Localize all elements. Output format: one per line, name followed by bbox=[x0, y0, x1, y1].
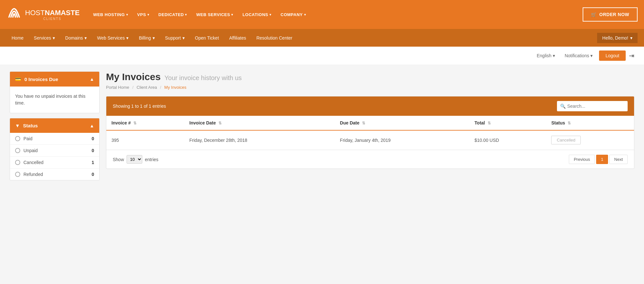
cell-invoice-date: Friday, December 28th, 2018 bbox=[184, 130, 335, 150]
chevron-down-icon: ▾ bbox=[84, 35, 87, 41]
breadcrumb-portal-home[interactable]: Portal Home bbox=[106, 85, 129, 90]
sec-nav-open-ticket[interactable]: Open Ticket bbox=[190, 29, 224, 47]
logo-namaste: NAMASTE bbox=[45, 9, 80, 17]
filter-icon: ▼ bbox=[15, 123, 20, 128]
status-filter-card: ▼ Status ▲ Paid 0 Unpaid bbox=[10, 118, 100, 180]
sort-icon[interactable]: ⇅ bbox=[362, 121, 365, 125]
entries-per-page-select[interactable]: 10 25 50 bbox=[127, 155, 142, 164]
user-greeting-button[interactable]: Hello, Demo! ▾ bbox=[597, 33, 638, 43]
col-due-date: Due Date ⇅ bbox=[335, 116, 469, 130]
breadcrumb: Portal Home / Client Area / My Invoices bbox=[106, 85, 634, 90]
sort-icon[interactable]: ⇅ bbox=[133, 121, 137, 125]
exit-icon[interactable]: ⇥ bbox=[629, 52, 634, 60]
logo-host: HOST bbox=[25, 9, 45, 17]
breadcrumb-current: My Invoices bbox=[164, 85, 187, 90]
chevron-down-icon: ▾ bbox=[126, 13, 128, 16]
chevron-down-icon: ▾ bbox=[153, 35, 155, 41]
sec-nav-domains[interactable]: Domains ▾ bbox=[60, 29, 92, 47]
table-header-bar: Showing 1 to 1 of 1 entries 🔍 bbox=[106, 96, 634, 116]
sec-nav-affiliates[interactable]: Affiliates bbox=[224, 29, 251, 47]
radio-unpaid[interactable] bbox=[15, 148, 20, 153]
chevron-down-icon: ▾ bbox=[182, 35, 185, 41]
top-menu: WEB HOSTING ▾ VPS ▾ DEDICATED ▾ WEB SERV… bbox=[89, 10, 583, 20]
top-menu-vps[interactable]: VPS ▾ bbox=[133, 10, 153, 20]
sort-icon[interactable]: ⇅ bbox=[568, 121, 571, 125]
cart-icon: 🛒 bbox=[591, 12, 597, 17]
order-now-button[interactable]: 🛒 ORDER NOW bbox=[583, 7, 638, 22]
cell-total: $10.00 USD bbox=[469, 130, 546, 150]
col-invoice-num: Invoice # ⇅ bbox=[106, 116, 184, 130]
chevron-down-icon: ▾ bbox=[630, 35, 632, 41]
top-menu-web-services[interactable]: WEB SERVICES ▾ bbox=[192, 10, 237, 20]
invoices-due-card: 💳 0 Invoices Due ▲ You have no unpaid in… bbox=[10, 71, 100, 113]
notifications-button[interactable]: Notifications ▾ bbox=[561, 51, 596, 60]
chevron-down-icon: ▾ bbox=[53, 35, 55, 41]
logo-text: HOST NAMASTE CLIENTS bbox=[25, 9, 80, 21]
top-menu-dedicated[interactable]: DEDICATED ▾ bbox=[154, 10, 191, 20]
sec-nav-web-services[interactable]: Web Services ▾ bbox=[92, 29, 134, 47]
logo[interactable]: HOST NAMASTE CLIENTS bbox=[6, 5, 80, 23]
top-menu-locations[interactable]: LOCATIONS ▾ bbox=[239, 10, 275, 20]
status-filter-unpaid[interactable]: Unpaid 0 bbox=[10, 144, 99, 156]
secondary-navigation: Home Services ▾ Domains ▾ Web Services ▾… bbox=[0, 29, 644, 47]
utility-bar: English ▾ Notifications ▾ Logout ⇥ bbox=[0, 47, 644, 65]
sec-nav-resolution-center[interactable]: Resolution Center bbox=[251, 29, 297, 47]
pagination: Previous 1 Next bbox=[569, 155, 628, 164]
logo-icon bbox=[6, 5, 22, 23]
page-area: My Invoices Your invoice history with us… bbox=[106, 71, 634, 185]
status-filter-header[interactable]: ▼ Status ▲ bbox=[10, 118, 99, 133]
chevron-down-icon: ▾ bbox=[185, 13, 187, 16]
invoices-table-card: Showing 1 to 1 of 1 entries 🔍 Invoice # … bbox=[106, 96, 634, 169]
logout-button[interactable]: Logout bbox=[599, 50, 626, 61]
status-filter-cancelled[interactable]: Cancelled 1 bbox=[10, 156, 99, 168]
page-subtitle: Your invoice history with us bbox=[164, 74, 242, 82]
show-entries: Show 10 25 50 entries bbox=[113, 155, 158, 164]
radio-refunded[interactable] bbox=[15, 172, 20, 177]
sec-nav-services[interactable]: Services ▾ bbox=[29, 29, 60, 47]
user-menu: Hello, Demo! ▾ bbox=[597, 33, 638, 43]
language-selector[interactable]: English ▾ bbox=[534, 51, 558, 60]
status-filter-refunded[interactable]: Refunded 0 bbox=[10, 168, 99, 180]
radio-cancelled[interactable] bbox=[15, 160, 20, 165]
cell-status: Cancelled bbox=[546, 130, 634, 150]
sort-icon[interactable]: ⇅ bbox=[218, 121, 222, 125]
col-status: Status ⇅ bbox=[546, 116, 634, 130]
table-footer: Show 10 25 50 entries Previous 1 Next bbox=[106, 150, 634, 169]
status-badge: Cancelled bbox=[551, 136, 581, 144]
search-icon: 🔍 bbox=[560, 104, 566, 109]
status-filter-paid[interactable]: Paid 0 bbox=[10, 133, 99, 144]
sec-nav-support[interactable]: Support ▾ bbox=[160, 29, 190, 47]
chevron-down-icon: ▾ bbox=[304, 13, 306, 16]
table-header-row: Invoice # ⇅ Invoice Date ⇅ Due Date ⇅ bbox=[106, 116, 634, 130]
sec-nav-home[interactable]: Home bbox=[6, 29, 29, 47]
radio-paid[interactable] bbox=[15, 136, 20, 141]
col-total: Total ⇅ bbox=[469, 116, 546, 130]
search-wrapper: 🔍 bbox=[557, 101, 628, 111]
table-body: 395 Friday, December 28th, 2018 Friday, … bbox=[106, 130, 634, 150]
status-filter-list: Paid 0 Unpaid 0 Cancelled 1 bbox=[10, 133, 99, 180]
table-row[interactable]: 395 Friday, December 28th, 2018 Friday, … bbox=[106, 130, 634, 150]
main-content: 💳 0 Invoices Due ▲ You have no unpaid in… bbox=[0, 65, 644, 192]
chevron-down-icon: ▾ bbox=[147, 13, 149, 16]
invoices-table: Invoice # ⇅ Invoice Date ⇅ Due Date ⇅ bbox=[106, 116, 634, 150]
invoices-due-header[interactable]: 💳 0 Invoices Due ▲ bbox=[10, 72, 99, 87]
breadcrumb-client-area[interactable]: Client Area bbox=[137, 85, 157, 90]
top-menu-web-hosting[interactable]: WEB HOSTING ▾ bbox=[89, 10, 132, 20]
sec-nav-billing[interactable]: Billing ▾ bbox=[134, 29, 160, 47]
next-button[interactable]: Next bbox=[609, 155, 628, 164]
cell-invoice-num: 395 bbox=[106, 130, 184, 150]
page-title: My Invoices bbox=[106, 71, 161, 82]
chevron-up-icon: ▲ bbox=[90, 123, 94, 128]
sidebar: 💳 0 Invoices Due ▲ You have no unpaid in… bbox=[10, 71, 100, 185]
chevron-down-icon: ▾ bbox=[269, 13, 271, 16]
logo-clients: CLIENTS bbox=[25, 17, 80, 21]
chevron-down-icon: ▾ bbox=[231, 13, 233, 16]
top-menu-company[interactable]: COMPANY ▾ bbox=[277, 10, 310, 20]
previous-button[interactable]: Previous bbox=[569, 155, 595, 164]
page-1-button[interactable]: 1 bbox=[596, 155, 608, 164]
sort-icon[interactable]: ⇅ bbox=[488, 121, 491, 125]
chevron-down-icon: ▾ bbox=[126, 35, 128, 41]
table-head: Invoice # ⇅ Invoice Date ⇅ Due Date ⇅ bbox=[106, 116, 634, 130]
search-input[interactable] bbox=[557, 101, 628, 111]
col-invoice-date: Invoice Date ⇅ bbox=[184, 116, 335, 130]
